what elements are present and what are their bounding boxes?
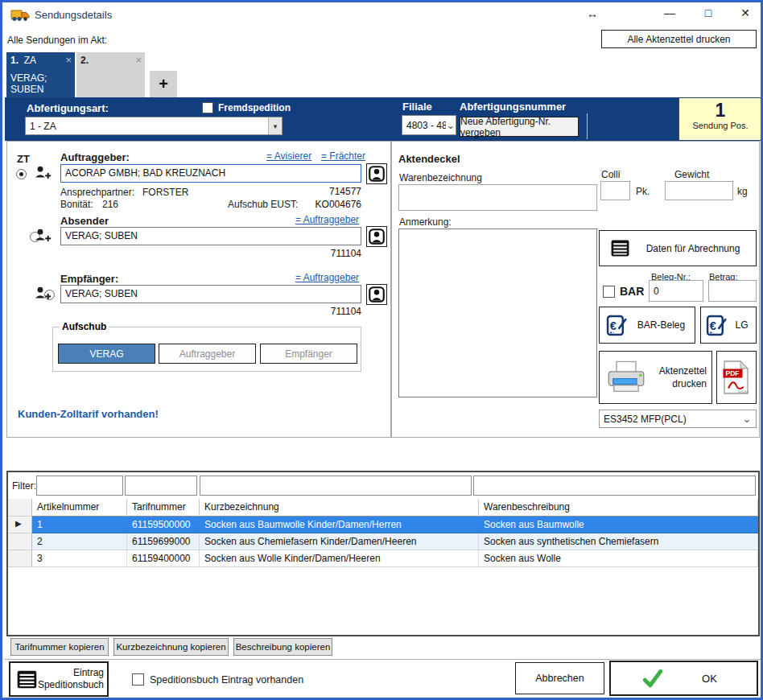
absender-contact-button[interactable]: [366, 226, 387, 247]
aufschub-auftraggeber-button[interactable]: Auftraggeber: [159, 344, 256, 364]
sendung-position-badge: 1 Sendung Pos.: [678, 98, 761, 140]
daten-fuer-abrechnung-label: Daten für Abrechnung: [630, 243, 756, 254]
filiale-select[interactable]: 4803 - 480 ⌄: [402, 115, 456, 135]
person-add-icon[interactable]: [35, 229, 52, 241]
euro-receipt-icon: [706, 315, 728, 336]
cell-artikelnummer[interactable]: 3: [32, 550, 127, 567]
print-all-aktenzettel-button[interactable]: Alle Aktenzettel drucken: [601, 30, 757, 48]
tab1-line1: VERAG;: [10, 72, 71, 84]
ok-button[interactable]: OK: [609, 661, 758, 696]
pdf-export-button[interactable]: [716, 351, 757, 404]
warenbezeichnung-input[interactable]: [398, 184, 597, 211]
bar-checkbox[interactable]: [603, 286, 615, 298]
empfaenger-auftraggeber-link[interactable]: = Auftraggeber: [295, 272, 359, 283]
column-header-warenbeschreibung[interactable]: Warenbeschreibung: [479, 499, 758, 517]
cell-tarifnummer[interactable]: 61159699000: [127, 533, 200, 550]
fraechter-link[interactable]: = Frächter: [321, 150, 365, 162]
list-icon: [610, 238, 630, 258]
filter-input-tarifnummer[interactable]: [125, 476, 197, 496]
cell-artikelnummer[interactable]: 2: [32, 533, 127, 550]
cell-warenbeschreibung[interactable]: Socken aus synthetischen Chemiefasern: [479, 533, 758, 550]
abfertigungsart-select[interactable]: 1 - ZA ▾: [25, 117, 283, 135]
fremdspedition-label: Fremdspedition: [218, 102, 291, 113]
absender-auftraggeber-link[interactable]: = Auftraggeber: [295, 214, 359, 225]
ok-label: OK: [662, 673, 757, 685]
person-add-icon[interactable]: [35, 286, 52, 299]
auftraggeber-contact-button[interactable]: [366, 163, 387, 184]
aktenzettel-label-line2: drucken: [672, 378, 707, 389]
maximize-icon[interactable]: □: [699, 6, 717, 19]
copy-kurzbezeichnung-button[interactable]: Kurzbezeichnung kopieren: [113, 638, 229, 656]
close-icon[interactable]: ✕: [736, 6, 754, 19]
avisierer-link[interactable]: = Avisierer: [266, 150, 311, 162]
abbrechen-button[interactable]: Abbrechen: [515, 662, 604, 694]
bar-beleg-label: BAR-Beleg: [628, 319, 695, 331]
person-card-icon: [369, 286, 385, 303]
cell-kurzbezeichnung[interactable]: Socken aus Chemiefasern Kinder/Damen/Hee…: [200, 533, 479, 550]
cell-kurzbezeichnung[interactable]: Socken aus Baumwolle Kinder/Damen/Herren: [200, 517, 479, 533]
tab-shipment-2[interactable]: 2. ×: [76, 52, 145, 97]
auftraggeber-input[interactable]: ACORAP GMBH; BAD KREUZNACH: [60, 164, 361, 183]
absender-input[interactable]: VERAG; SUBEN: [60, 227, 361, 245]
anmerkung-textarea[interactable]: [398, 229, 597, 397]
column-header-kurzbezeichnung[interactable]: Kurzbezeichnung: [200, 499, 479, 517]
aktenzettel-drucken-button[interactable]: Aktenzettel drucken: [599, 351, 712, 404]
colli-input[interactable]: [600, 181, 630, 200]
speditionsbuch-vorhanden-checkbox[interactable]: [132, 673, 144, 686]
cell-kurzbezeichnung[interactable]: Socken aus Wolle Kinder/Damen/Heeren: [200, 550, 479, 567]
filter-input-kurzbezeichnung[interactable]: [200, 476, 472, 496]
resize-icon[interactable]: ↔: [584, 7, 601, 20]
aufschub-verag-button[interactable]: VERAG: [58, 344, 155, 364]
fremdspedition-checkbox[interactable]: [202, 102, 213, 113]
empfaenger-contact-button[interactable]: [366, 284, 387, 305]
bar-beleg-button[interactable]: BAR-Beleg: [599, 307, 695, 344]
tab1-close-icon[interactable]: ×: [65, 54, 72, 66]
cell-tarifnummer[interactable]: 61159400000: [127, 550, 200, 567]
printer-chevron-down-icon[interactable]: ⌄: [738, 410, 756, 427]
eintrag-speditionsbuch-button[interactable]: Eintrag Speditionsbuch: [9, 661, 109, 697]
gewicht-input[interactable]: [665, 181, 733, 200]
zt-column-label: ZT: [17, 153, 30, 165]
aufschub-group-label: Aufschub: [60, 321, 109, 332]
betrag-input[interactable]: [708, 280, 757, 302]
beleg-nr-input[interactable]: 0: [649, 280, 703, 302]
bonitaet-label: Bonität:: [60, 199, 93, 210]
person-card-icon: [369, 229, 385, 245]
abfertigungsart-value: 1 - ZA: [26, 121, 268, 132]
window-title: Sendungsdetails: [35, 9, 112, 21]
anmerkung-label: Anmerkung:: [399, 216, 452, 228]
tab-shipment-1[interactable]: 1. ZA × VERAG; SUBEN: [6, 52, 75, 97]
lg-button[interactable]: LG: [700, 307, 757, 344]
abfertigungsart-chevron-down-icon[interactable]: ▾: [268, 117, 282, 134]
table-header-row: Artikelnummer Tarifnummer Kurzbezeichnun…: [8, 499, 758, 517]
ansprechpartner-label: Ansprechpartner:: [60, 187, 134, 198]
column-header-tarifnummer[interactable]: Tarifnummer: [127, 499, 200, 517]
copy-beschreibung-button[interactable]: Beschreibung kopieren: [233, 638, 332, 656]
filiale-chevron-down-icon[interactable]: ⌄: [446, 116, 456, 134]
cell-artikelnummer[interactable]: 1: [32, 517, 127, 533]
filiale-label: Filiale: [402, 101, 432, 113]
printer-select[interactable]: ES3452 MFP(PCL) ⌄: [599, 410, 757, 428]
person-add-icon[interactable]: [35, 166, 52, 179]
cell-warenbeschreibung[interactable]: Socken aus Baumwolle: [479, 517, 758, 533]
minimize-icon[interactable]: —: [661, 6, 678, 19]
pdf-icon: [723, 360, 750, 396]
add-shipment-tab-button[interactable]: +: [150, 71, 177, 97]
empfaenger-input[interactable]: VERAG; SUBEN: [60, 285, 361, 303]
cell-tarifnummer[interactable]: 61159500000: [127, 517, 200, 533]
warenbezeichnung-label: Warenbezeichnung: [399, 172, 482, 183]
bonitaet-value: 216: [102, 199, 118, 210]
column-header-artikelnummer[interactable]: Artikelnummer: [32, 499, 127, 517]
daten-fuer-abrechnung-button[interactable]: Daten für Abrechnung: [599, 230, 757, 266]
euro-receipt-icon: [606, 315, 628, 336]
copy-tarifnummer-button[interactable]: Tarifnummer kopieren: [10, 638, 109, 656]
aufschub-empfaenger-button[interactable]: Empfänger: [260, 344, 357, 364]
tab2-close-icon[interactable]: ×: [135, 54, 142, 66]
filter-label: Filter:: [12, 480, 36, 492]
filter-input-warenbeschreibung[interactable]: [473, 476, 756, 496]
zt-radio-auftraggeber[interactable]: [16, 169, 27, 179]
cell-warenbeschreibung[interactable]: Socken aus Wolle: [479, 550, 758, 567]
neue-abfertigungsnummer-button[interactable]: Neue Abfertigung-Nr. vergeben: [460, 117, 579, 137]
aktendeckel-panel: Aktendeckel Warenbezeichnung Colli Pk. G…: [391, 141, 760, 438]
filter-input-artikelnummer[interactable]: [36, 476, 123, 496]
